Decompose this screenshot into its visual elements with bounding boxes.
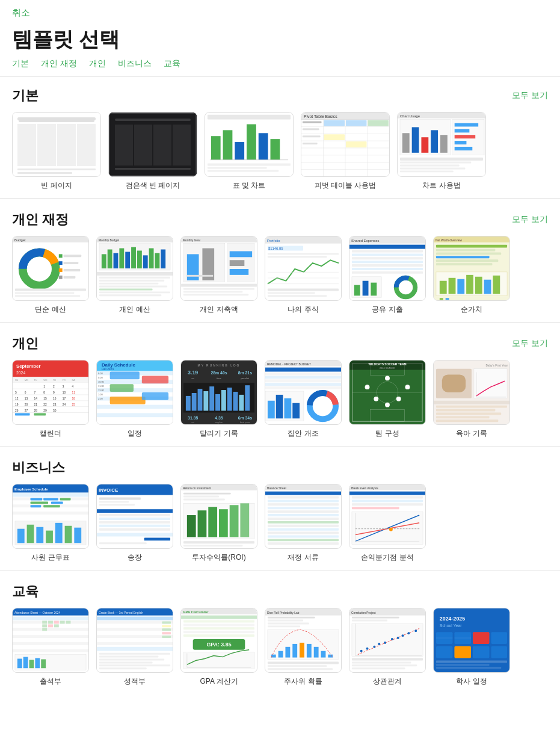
personal-templates: September 2024 SU MO TU WE TH FR SA 1 <box>12 360 548 439</box>
svg-rect-273 <box>265 386 341 389</box>
template-financial-statement[interactable]: Balance Sheet <box>265 484 342 563</box>
template-break-even[interactable]: Break Even Analysis <box>349 484 426 563</box>
svg-rect-4 <box>235 142 244 160</box>
thumb-invoice: INVOICE <box>96 484 173 549</box>
template-roi[interactable]: Return on Investment <box>180 484 257 563</box>
basic-templates-row: 빈 페이지 <box>12 112 548 191</box>
svg-text:9:00: 9:00 <box>98 376 103 379</box>
svg-rect-483 <box>268 665 327 667</box>
template-dark-blank-page[interactable]: 검은색 빈 페이지 <box>108 112 197 191</box>
svg-rect-122 <box>268 292 315 294</box>
svg-text:6: 6 <box>25 391 26 394</box>
svg-rect-321 <box>13 515 88 518</box>
template-running-log[interactable]: MY RUNNING LOG 3.19 28m 40s 8m 21s mi ti… <box>180 360 257 439</box>
svg-rect-330 <box>17 529 25 543</box>
svg-rect-371 <box>268 496 339 499</box>
svg-rect-277 <box>285 398 292 418</box>
see-all-personal-finance[interactable]: 모두 보기 <box>512 214 548 225</box>
svg-text:Daily Schedule: Daily Schedule <box>102 362 136 368</box>
cancel-button[interactable]: 취소 <box>12 7 30 19</box>
label-home-improvement: 집안 개조 <box>288 428 318 439</box>
template-correlation[interactable]: Correlation Project <box>349 608 426 687</box>
template-table-chart[interactable]: 표 및 차트 <box>205 112 294 191</box>
svg-rect-238 <box>142 392 168 400</box>
svg-text:16: 16 <box>53 397 57 400</box>
svg-rect-459 <box>183 634 254 637</box>
svg-rect-62 <box>59 254 63 258</box>
tab-business[interactable]: 비즈니스 <box>118 58 152 69</box>
thumb-home-improvement: REMODEL - PROJECT BUDGET <box>265 360 342 425</box>
tab-education[interactable]: 교육 <box>164 58 180 69</box>
svg-text:4: 4 <box>72 385 73 388</box>
template-personal-budget[interactable]: Monthly Budget <box>96 236 173 315</box>
svg-text:2024-2025: 2024-2025 <box>440 616 465 622</box>
svg-rect-450 <box>99 667 147 669</box>
svg-rect-351 <box>99 542 147 544</box>
svg-rect-336 <box>74 528 81 543</box>
svg-rect-482 <box>268 661 339 664</box>
thumb-table-chart <box>205 112 294 177</box>
template-baby-record[interactable]: Baby's First Year <box>433 360 510 439</box>
thumb-employee-schedule: Employee Schedule <box>12 484 89 549</box>
svg-rect-414 <box>13 628 88 631</box>
svg-rect-417 <box>13 635 88 638</box>
svg-rect-70 <box>15 288 86 291</box>
label-financial-statement: 재정 서류 <box>288 552 318 563</box>
template-schedule[interactable]: Daily Schedule Fall 2024 <box>96 360 173 439</box>
template-grade-book[interactable]: Grade Book — 3rd Period English <box>96 608 173 687</box>
svg-rect-209 <box>15 413 30 415</box>
svg-rect-250 <box>198 389 203 410</box>
template-chart-usage[interactable]: Chart Usage <box>397 112 486 191</box>
section-education-title: 교육 <box>12 583 38 601</box>
svg-rect-390 <box>352 499 423 502</box>
svg-text:11:00: 11:00 <box>98 385 105 388</box>
svg-rect-346 <box>99 521 170 524</box>
svg-rect-440 <box>162 625 171 627</box>
template-shared-expense[interactable]: Shared Expenses <box>349 236 426 315</box>
thumb-gpa-calc: GPA Calculator GPA: 3.85 <box>180 608 257 673</box>
svg-text:1: 1 <box>43 385 45 388</box>
svg-rect-153 <box>449 278 456 294</box>
svg-text:22: 22 <box>43 403 47 406</box>
tab-personal[interactable]: 개인 <box>89 58 106 69</box>
svg-rect-505 <box>352 661 411 663</box>
template-blank-page[interactable]: 빈 페이지 <box>12 112 101 191</box>
svg-text:Grade Book — 3rd Period Englis: Grade Book — 3rd Period English <box>99 611 143 614</box>
svg-rect-479 <box>314 647 319 658</box>
svg-rect-54 <box>400 170 454 172</box>
svg-rect-77 <box>102 254 106 268</box>
template-attendance[interactable]: Attendance Sheet — October 2024 <box>12 608 89 687</box>
template-savings[interactable]: Monthly Goal <box>180 236 257 315</box>
template-gpa-calc[interactable]: GPA Calculator GPA: 3.85 <box>180 608 257 687</box>
svg-rect-248 <box>186 396 191 411</box>
svg-point-397 <box>389 528 393 531</box>
see-all-basic[interactable]: 모두 보기 <box>512 90 548 101</box>
svg-text:TU: TU <box>34 379 37 382</box>
tab-basic[interactable]: 기본 <box>12 58 29 69</box>
template-school-year[interactable]: 2024-2025 School Year <box>433 608 510 687</box>
template-invoice[interactable]: INVOICE <box>96 484 173 563</box>
label-chart-usage: 차트 사용법 <box>422 181 460 191</box>
svg-rect-364 <box>240 503 249 537</box>
svg-text:5: 5 <box>15 391 17 394</box>
svg-text:Employee Schedule: Employee Schedule <box>14 487 48 491</box>
tab-personal-finance[interactable]: 개인 재정 <box>41 58 77 69</box>
svg-text:best pace: best pace <box>240 421 250 424</box>
section-personal: 개인 모두 보기 September 2024 SU <box>0 325 560 444</box>
template-my-stocks[interactable]: Portfolio $1146.85 <box>265 236 342 315</box>
svg-rect-276 <box>276 395 283 418</box>
svg-rect-134 <box>352 271 423 274</box>
svg-rect-442 <box>162 632 171 634</box>
svg-rect-255 <box>227 388 232 410</box>
template-pivot-table[interactable]: Pivot Table Basics <box>301 112 390 191</box>
template-employee-schedule[interactable]: Employee Schedule <box>12 484 89 563</box>
template-net-worth[interactable]: Net Worth-Overview <box>433 236 510 315</box>
template-dice-probability[interactable]: Dice Roll Probability Lab <box>265 608 342 687</box>
template-home-improvement[interactable]: REMODEL - PROJECT BUDGET <box>265 360 342 439</box>
template-team[interactable]: WILDCATS SOCCER TEAM 2024 SEASON 팀 구성 <box>349 360 426 439</box>
template-simple-budget[interactable]: Budget <box>12 236 89 315</box>
svg-rect-361 <box>208 507 217 537</box>
see-all-personal[interactable]: 모두 보기 <box>512 338 548 349</box>
svg-rect-33 <box>303 135 321 137</box>
template-calendar[interactable]: September 2024 SU MO TU WE TH FR SA 1 <box>12 360 89 439</box>
